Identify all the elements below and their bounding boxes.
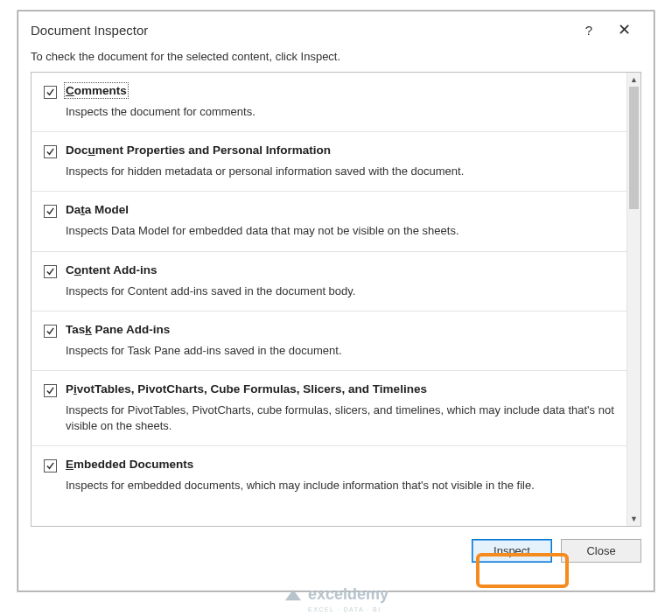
scrollbar[interactable]: ▲ ▼ bbox=[626, 73, 640, 526]
inspection-item: Data ModelInspects Data Model for embedd… bbox=[32, 192, 626, 251]
document-inspector-dialog: Document Inspector ? ✕ To check the docu… bbox=[18, 10, 654, 592]
item-title[interactable]: Embedded Documents bbox=[66, 458, 193, 471]
titlebar: Document Inspector ? ✕ bbox=[18, 11, 654, 46]
dialog-title: Document Inspector bbox=[31, 23, 571, 38]
checkbox[interactable] bbox=[44, 325, 57, 338]
inspection-item: Embedded DocumentsInspects for embedded … bbox=[32, 446, 626, 495]
item-description: Inspects Data Model for embedded data th… bbox=[66, 223, 614, 239]
scroll-up-icon[interactable]: ▲ bbox=[627, 73, 640, 87]
item-description: Inspects for Task Pane add-ins saved in … bbox=[66, 343, 614, 359]
checkbox[interactable] bbox=[44, 459, 57, 472]
item-description: Inspects for PivotTables, PivotCharts, c… bbox=[66, 402, 614, 434]
inspection-list: CommentsInspects the document for commen… bbox=[31, 72, 641, 527]
inspection-item: Content Add-insInspects for Content add-… bbox=[32, 252, 626, 312]
inspect-button-label: Inspect bbox=[494, 544, 530, 557]
item-title[interactable]: Comments bbox=[66, 84, 127, 97]
instruction-text: To check the document for the selected c… bbox=[18, 46, 654, 72]
inspect-button[interactable]: Inspect bbox=[472, 539, 552, 563]
item-title[interactable]: Task Pane Add-ins bbox=[66, 323, 170, 336]
item-title[interactable]: Document Properties and Personal Informa… bbox=[66, 144, 331, 157]
item-title[interactable]: Data Model bbox=[66, 203, 129, 216]
item-title[interactable]: PivotTables, PivotCharts, Cube Formulas,… bbox=[66, 382, 427, 396]
close-button[interactable]: Close bbox=[561, 539, 641, 563]
close-window-button[interactable]: ✕ bbox=[606, 20, 641, 39]
scroll-down-icon[interactable]: ▼ bbox=[627, 512, 640, 526]
watermark-text: exceldemy bbox=[308, 585, 388, 604]
checkbox[interactable] bbox=[44, 145, 57, 158]
scroll-thumb[interactable] bbox=[629, 87, 639, 209]
watermark-subtext: EXCEL · DATA · BI bbox=[308, 606, 382, 612]
checkbox[interactable] bbox=[44, 265, 57, 278]
help-button[interactable]: ? bbox=[571, 23, 606, 38]
item-description: Inspects for embedded documents, which m… bbox=[66, 478, 614, 494]
checkbox[interactable] bbox=[44, 205, 57, 218]
logo-icon bbox=[284, 586, 303, 604]
inspection-item: CommentsInspects the document for commen… bbox=[32, 73, 626, 132]
inspection-item: Document Properties and Personal Informa… bbox=[32, 132, 626, 192]
inspection-item: Task Pane Add-insInspects for Task Pane … bbox=[32, 312, 626, 371]
item-description: Inspects the document for comments. bbox=[66, 104, 614, 120]
dialog-footer: Inspect Close bbox=[18, 527, 654, 575]
checkbox[interactable] bbox=[44, 384, 57, 397]
watermark-logo: exceldemy EXCEL · DATA · BI bbox=[284, 585, 388, 604]
close-button-label: Close bbox=[586, 544, 615, 557]
item-description: Inspects for Content add-ins saved in th… bbox=[66, 284, 614, 299]
inspection-item: PivotTables, PivotCharts, Cube Formulas,… bbox=[32, 371, 626, 446]
item-description: Inspects for hidden metadata or personal… bbox=[66, 164, 614, 179]
item-title[interactable]: Content Add-ins bbox=[66, 263, 157, 276]
checkbox[interactable] bbox=[44, 86, 57, 99]
